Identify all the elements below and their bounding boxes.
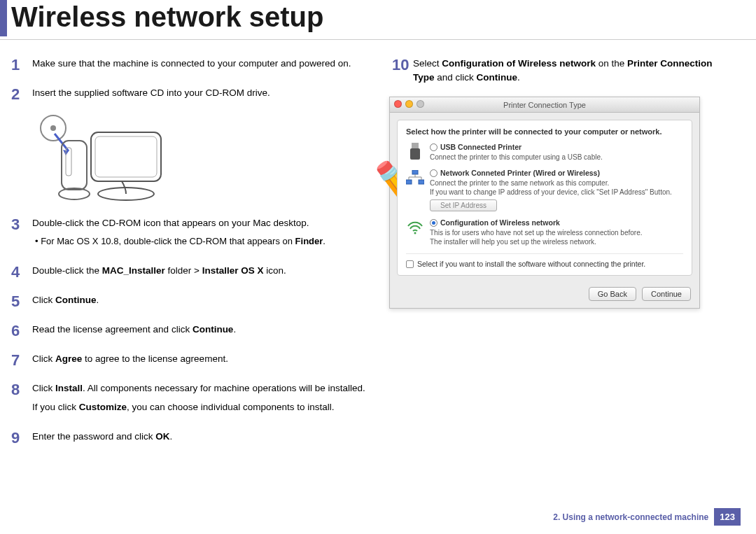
- step-text: Make sure that the machine is connected …: [32, 57, 372, 71]
- step-1: 1 Make sure that the machine is connecte…: [8, 54, 372, 76]
- continue-button[interactable]: Continue: [642, 287, 691, 301]
- page-number: 123: [714, 508, 741, 526]
- chapter-label: 2. Using a network-connected machine: [553, 512, 708, 522]
- step-10: 10 Select Configuration of Wireless netw…: [389, 54, 731, 90]
- option-desc: Connect the printer to this computer usi…: [430, 153, 683, 162]
- step-2: 2 Insert the supplied software CD into y…: [8, 83, 372, 106]
- step-text: Click Agree to agree to the license agre…: [32, 352, 372, 366]
- wifi-icon: [406, 218, 424, 237]
- right-column: 10 Select Configuration of Wireless netw…: [389, 54, 731, 456]
- step-number: 10: [389, 54, 413, 76]
- option-wireless-config[interactable]: Configuration of Wireless network This i…: [406, 218, 683, 246]
- radio-network[interactable]: [430, 169, 438, 177]
- dialog-title: Printer Connection Type: [503, 101, 586, 109]
- step-text: Click Continue.: [32, 293, 372, 307]
- step-subtext: For Mac OS X 10.8, double-click the CD-R…: [32, 235, 372, 248]
- option-network[interactable]: Network Conneted Printer (Wired or Wirel…: [406, 169, 683, 211]
- page-title: Wireless network setup: [11, 0, 323, 36]
- step-text: Insert the supplied software CD into you…: [32, 86, 372, 100]
- option-title: Network Conneted Printer (Wired or Wirel…: [440, 169, 600, 177]
- dialog-footer: Go Back Continue: [390, 283, 699, 308]
- svg-point-1: [50, 125, 56, 131]
- svg-rect-8: [412, 143, 419, 148]
- svg-rect-10: [412, 170, 418, 174]
- step-text: Click Install. All components necessary …: [32, 381, 372, 395]
- page-footer: 2. Using a network-connected machine 123: [553, 508, 741, 526]
- printer-connection-dialog: Printer Connection Type ✏️ Select how th…: [389, 97, 700, 309]
- zoom-icon[interactable]: [416, 100, 424, 108]
- step-number: 7: [8, 349, 32, 372]
- step-text: Double-click the MAC_Installer folder > …: [32, 264, 372, 278]
- svg-rect-11: [406, 180, 412, 184]
- checkbox-icon[interactable]: [406, 260, 414, 268]
- step-6: 6 Read the license agreement and click C…: [8, 320, 372, 342]
- option-title: USB Connected Printer: [440, 143, 522, 151]
- page-header: Wireless network setup: [0, 0, 756, 40]
- option-title: Configuration of Wireless network: [440, 218, 560, 227]
- usb-icon: [406, 143, 424, 161]
- content-columns: 1 Make sure that the machine is connecte…: [0, 40, 756, 456]
- dialog-prompt: Select how the printer will be connected…: [406, 127, 683, 136]
- step-number: 2: [8, 83, 32, 106]
- step-4: 4 Double-click the MAC_Installer folder …: [8, 261, 372, 283]
- dialog-body: Select how the printer will be connected…: [397, 120, 692, 276]
- step-text: Double-click the CD-ROM icon that appear…: [32, 216, 372, 230]
- minimize-icon[interactable]: [405, 100, 413, 108]
- step-8: 8 Click Install. All components necessar…: [8, 379, 372, 420]
- svg-rect-5: [91, 132, 161, 181]
- option-desc: Connect the printer to the same network …: [430, 178, 683, 197]
- step-number: 5: [8, 290, 32, 313]
- step-3: 3 Double-click the CD-ROM icon that appe…: [8, 213, 372, 254]
- close-icon[interactable]: [394, 100, 402, 108]
- option-usb[interactable]: USB Connected Printer Connect the printe…: [406, 143, 683, 162]
- network-icon: [406, 169, 424, 187]
- step-7: 7 Click Agree to agree to the license ag…: [8, 349, 372, 372]
- svg-rect-12: [419, 180, 424, 184]
- step-number: 9: [8, 427, 32, 449]
- checkbox-label: Select if you want to install the softwa…: [417, 260, 645, 268]
- step-number: 6: [8, 320, 32, 342]
- step-number: 8: [8, 379, 32, 401]
- cd-mac-illustration-svg: [34, 113, 167, 204]
- step-number: 4: [8, 261, 32, 283]
- dialog-titlebar: Printer Connection Type: [390, 97, 699, 113]
- step-9: 9 Enter the password and click OK.: [8, 427, 372, 449]
- set-ip-button[interactable]: Set IP Address: [430, 199, 497, 211]
- go-back-button[interactable]: Go Back: [589, 287, 636, 301]
- step-number: 3: [8, 213, 32, 236]
- step-number: 1: [8, 54, 32, 76]
- svg-rect-9: [410, 148, 420, 160]
- left-column: 1 Make sure that the machine is connecte…: [8, 54, 372, 456]
- radio-wireless[interactable]: [430, 219, 438, 227]
- header-accent-bar: [0, 0, 7, 36]
- step-extra: If you click Customize, you can choose i…: [32, 400, 372, 414]
- svg-rect-6: [95, 136, 157, 177]
- step-text: Enter the password and click OK.: [32, 430, 372, 444]
- step-text: Read the license agreement and click Con…: [32, 323, 372, 337]
- step-5: 5 Click Continue.: [8, 290, 372, 313]
- insert-cd-illustration: [34, 113, 372, 206]
- option-desc: This is for users who have not set up th…: [430, 228, 683, 246]
- install-without-printer-row[interactable]: Select if you want to install the softwa…: [406, 253, 683, 268]
- radio-usb[interactable]: [430, 143, 438, 151]
- svg-point-13: [414, 232, 416, 234]
- window-controls: [394, 100, 424, 108]
- step-text: Select Configuration of Wireless network…: [413, 57, 731, 84]
